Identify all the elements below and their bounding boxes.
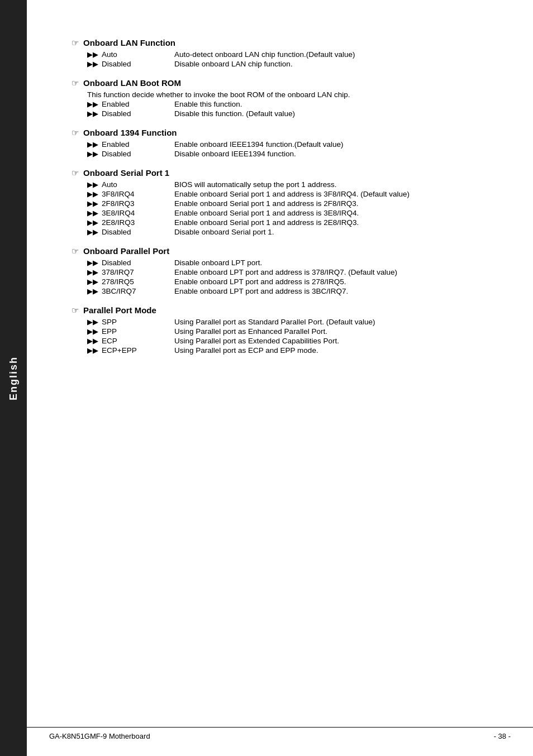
option-value: Auto-detect onboard LAN chip function.(D…: [174, 50, 355, 59]
option-row: ▶▶2E8/IRQ3Enable onboard Serial port 1 a…: [87, 218, 499, 227]
option-row: ▶▶DisabledDisable onboard LAN chip funct…: [87, 60, 499, 68]
option-value: Using Parallel port as ECP and EPP mode.: [174, 346, 318, 355]
option-key: Disabled: [102, 109, 174, 118]
option-arrow-icon: ▶▶: [87, 199, 98, 208]
section-header-onboard-serial-port-1: ☞Onboard Serial Port 1: [72, 168, 499, 178]
option-key: ECP: [102, 337, 174, 345]
option-arrow-icon: ▶▶: [87, 150, 98, 158]
option-row: ▶▶278/IRQ5Enable onboard LPT port and ad…: [87, 277, 499, 286]
option-value: Enable onboard Serial port 1 and address…: [174, 199, 358, 208]
option-value: Enable onboard LPT port and address is 3…: [174, 287, 348, 295]
section-title-onboard-lan-boot-rom: Onboard LAN Boot ROM: [83, 78, 181, 88]
option-row: ▶▶EnabledEnable this function.: [87, 100, 499, 108]
option-key: Auto: [102, 180, 174, 189]
option-value: Enable onboard IEEE1394 function.(Defaul…: [174, 140, 343, 149]
option-row: ▶▶ECP+EPPUsing Parallel port as ECP and …: [87, 346, 499, 355]
section-title-onboard-serial-port-1: Onboard Serial Port 1: [83, 168, 169, 178]
section-icon-onboard-serial-port-1: ☞: [72, 168, 79, 178]
section-icon-parallel-port-mode: ☞: [72, 305, 79, 315]
option-arrow-icon: ▶▶: [87, 346, 98, 355]
option-arrow-icon: ▶▶: [87, 180, 98, 189]
section-header-parallel-port-mode: ☞Parallel Port Mode: [72, 305, 499, 315]
option-row: ▶▶DisabledDisable onboard Serial port 1.: [87, 228, 499, 236]
option-value: Enable this function.: [174, 100, 242, 108]
option-key: 2F8/IRQ3: [102, 199, 174, 208]
option-arrow-icon: ▶▶: [87, 277, 98, 286]
option-value: Disable onboard LPT port.: [174, 259, 262, 267]
option-arrow-icon: ▶▶: [87, 60, 98, 68]
section-header-onboard-1394-function: ☞Onboard 1394 Function: [72, 128, 499, 138]
option-key: Disabled: [102, 60, 174, 68]
option-arrow-icon: ▶▶: [87, 218, 98, 227]
option-row: ▶▶DisabledDisable onboard IEEE1394 funct…: [87, 150, 499, 158]
option-key: Auto: [102, 50, 174, 59]
section-header-onboard-lan-boot-rom: ☞Onboard LAN Boot ROM: [72, 78, 499, 88]
option-row: ▶▶AutoBIOS will automatically setup the …: [87, 180, 499, 189]
option-value: Using Parallel port as Enhanced Parallel…: [174, 327, 327, 336]
section-desc-onboard-lan-boot-rom: This function decide whether to invoke t…: [87, 90, 499, 99]
option-row: ▶▶EPPUsing Parallel port as Enhanced Par…: [87, 327, 499, 336]
option-arrow-icon: ▶▶: [87, 50, 98, 59]
option-arrow-icon: ▶▶: [87, 209, 98, 217]
option-value: Enable onboard Serial port 1 and address…: [174, 209, 359, 217]
option-arrow-icon: ▶▶: [87, 190, 98, 198]
option-key: 3BC/IRQ7: [102, 287, 174, 295]
option-key: 378/IRQ7: [102, 268, 174, 276]
option-row: ▶▶2F8/IRQ3Enable onboard Serial port 1 a…: [87, 199, 499, 208]
option-arrow-icon: ▶▶: [87, 109, 98, 118]
option-row: ▶▶3E8/IRQ4Enable onboard Serial port 1 a…: [87, 209, 499, 217]
option-key: Disabled: [102, 259, 174, 267]
option-value: BIOS will automatically setup the port 1…: [174, 180, 336, 189]
option-key: Disabled: [102, 150, 174, 158]
option-key: 3E8/IRQ4: [102, 209, 174, 217]
section-icon-onboard-1394-function: ☞: [72, 128, 79, 138]
sidebar-label: English: [8, 356, 20, 400]
sidebar: English: [0, 0, 27, 756]
section-title-onboard-parallel-port: Onboard Parallel Port: [83, 246, 169, 256]
option-key: Enabled: [102, 140, 174, 149]
option-value: Enable onboard Serial port 1 and address…: [174, 190, 410, 198]
footer: GA-K8N51GMF-9 Motherboard - 38 -: [27, 727, 533, 745]
option-value: Using Parallel port as Extended Capabili…: [174, 337, 339, 345]
option-arrow-icon: ▶▶: [87, 327, 98, 336]
section-icon-onboard-lan-boot-rom: ☞: [72, 78, 79, 88]
section-icon-onboard-parallel-port: ☞: [72, 246, 79, 256]
option-row: ▶▶DisabledDisable onboard LPT port.: [87, 259, 499, 267]
option-value: Using Parallel port as Standard Parallel…: [174, 318, 375, 326]
footer-page: - 38 -: [494, 732, 511, 740]
option-row: ▶▶EnabledEnable onboard IEEE1394 functio…: [87, 140, 499, 149]
option-row: ▶▶3BC/IRQ7Enable onboard LPT port and ad…: [87, 287, 499, 295]
section-title-onboard-lan-function: Onboard LAN Function: [83, 38, 175, 47]
option-row: ▶▶SPPUsing Parallel port as Standard Par…: [87, 318, 499, 326]
option-arrow-icon: ▶▶: [87, 287, 98, 295]
option-value: Disable this function. (Default value): [174, 109, 295, 118]
option-arrow-icon: ▶▶: [87, 318, 98, 326]
option-arrow-icon: ▶▶: [87, 100, 98, 108]
option-row: ▶▶378/IRQ7Enable onboard LPT port and ad…: [87, 268, 499, 276]
option-key: 3F8/IRQ4: [102, 190, 174, 198]
option-row: ▶▶ECPUsing Parallel port as Extended Cap…: [87, 337, 499, 345]
option-row: ▶▶DisabledDisable this function. (Defaul…: [87, 109, 499, 118]
option-row: ▶▶AutoAuto-detect onboard LAN chip funct…: [87, 50, 499, 59]
section-header-onboard-parallel-port: ☞Onboard Parallel Port: [72, 246, 499, 256]
option-value: Enable onboard LPT port and address is 3…: [174, 268, 397, 276]
section-title-onboard-1394-function: Onboard 1394 Function: [83, 128, 177, 137]
option-arrow-icon: ▶▶: [87, 259, 98, 267]
option-value: Disable onboard Serial port 1.: [174, 228, 274, 236]
option-key: SPP: [102, 318, 174, 326]
option-arrow-icon: ▶▶: [87, 337, 98, 345]
option-value: Enable onboard Serial port 1 and address…: [174, 218, 359, 227]
footer-model: GA-K8N51GMF-9 Motherboard: [49, 732, 150, 740]
option-key: ECP+EPP: [102, 346, 174, 355]
option-value: Disable onboard LAN chip function.: [174, 60, 293, 68]
section-icon-onboard-lan-function: ☞: [72, 38, 79, 48]
option-key: Enabled: [102, 100, 174, 108]
option-key: 278/IRQ5: [102, 277, 174, 286]
option-arrow-icon: ▶▶: [87, 140, 98, 149]
option-row: ▶▶3F8/IRQ4Enable onboard Serial port 1 a…: [87, 190, 499, 198]
section-title-parallel-port-mode: Parallel Port Mode: [83, 305, 156, 315]
option-arrow-icon: ▶▶: [87, 228, 98, 236]
option-key: 2E8/IRQ3: [102, 218, 174, 227]
option-value: Disable onboard IEEE1394 function.: [174, 150, 296, 158]
main-content: ☞Onboard LAN Function▶▶AutoAuto-detect o…: [27, 0, 533, 726]
